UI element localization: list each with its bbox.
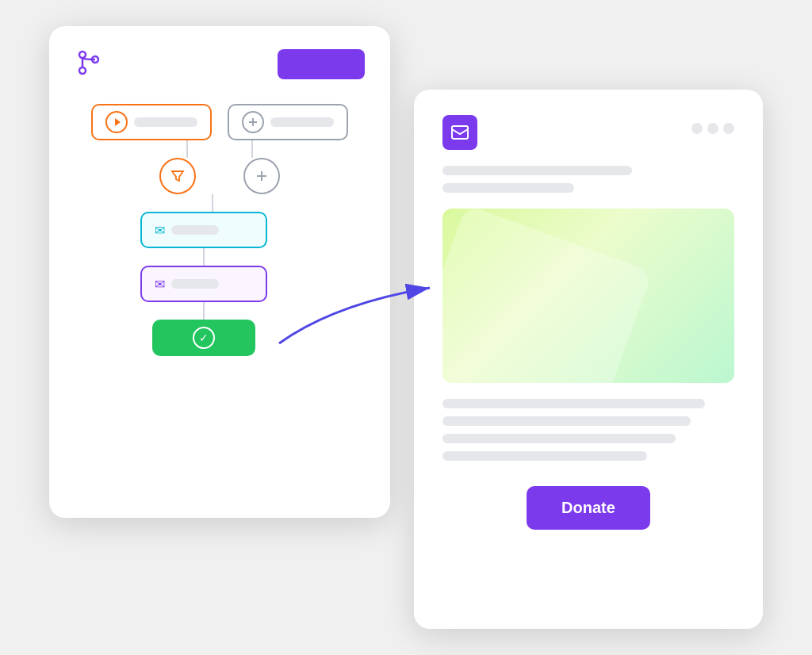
svg-point-1 — [79, 67, 86, 74]
body-line-2 — [442, 416, 691, 426]
dots-menu — [691, 123, 734, 134]
svg-marker-3 — [115, 118, 121, 126]
header-purple-button[interactable] — [278, 49, 365, 79]
email-image-placeholder — [442, 209, 734, 383]
add-node-circle[interactable] — [243, 158, 280, 194]
email-body-lines — [442, 399, 734, 461]
filter-row — [159, 158, 280, 194]
email-preview-header — [442, 115, 734, 150]
filter-node[interactable] — [159, 158, 196, 194]
dot-3 — [723, 123, 734, 134]
svg-rect-9 — [452, 126, 468, 139]
email-preview-card: Donate — [414, 90, 763, 629]
v-connector-filter — [212, 194, 213, 212]
email-preview-icon — [442, 115, 477, 150]
text-line-1 — [442, 166, 632, 175]
email-icon-2: ✉ — [155, 277, 165, 292]
donate-button[interactable]: Donate — [527, 486, 650, 530]
body-line-1 — [442, 399, 705, 408]
dot-1 — [691, 123, 703, 134]
trigger-node-label — [134, 117, 197, 127]
email-node-2[interactable]: ✉ — [140, 266, 267, 302]
v-connector-email1 — [203, 248, 205, 266]
body-line-3 — [442, 434, 676, 443]
workflow-header — [75, 48, 365, 80]
dot-2 — [707, 123, 718, 134]
trigger-icon — [105, 111, 128, 133]
email-node-2-label — [171, 279, 219, 289]
email-node-1-label — [171, 225, 219, 235]
text-line-2 — [442, 183, 574, 193]
trigger-node[interactable] — [91, 104, 212, 140]
success-node[interactable]: ✓ — [152, 320, 255, 356]
add-node-top-label — [270, 117, 334, 127]
email-text-lines-top — [442, 166, 734, 193]
connector-right-top — [251, 140, 253, 158]
top-nodes-row — [91, 104, 348, 140]
workflow-card: ✉ ✉ ✓ — [49, 26, 390, 518]
svg-point-0 — [79, 52, 86, 58]
plus-icon-top — [242, 111, 264, 133]
body-line-4 — [442, 451, 647, 461]
v-connector-email2 — [203, 302, 205, 320]
scene: ✉ ✉ ✓ — [49, 26, 763, 629]
email-icon-1: ✉ — [155, 223, 165, 238]
workflow-nodes: ✉ ✉ ✓ — [75, 104, 365, 356]
add-node-top[interactable] — [228, 104, 348, 140]
check-icon: ✓ — [193, 327, 215, 349]
branch-connector — [194, 194, 213, 212]
email-node-1[interactable]: ✉ — [140, 212, 267, 248]
git-branch-icon — [75, 48, 103, 80]
top-connectors — [186, 140, 253, 158]
connector-left-top — [186, 140, 188, 158]
